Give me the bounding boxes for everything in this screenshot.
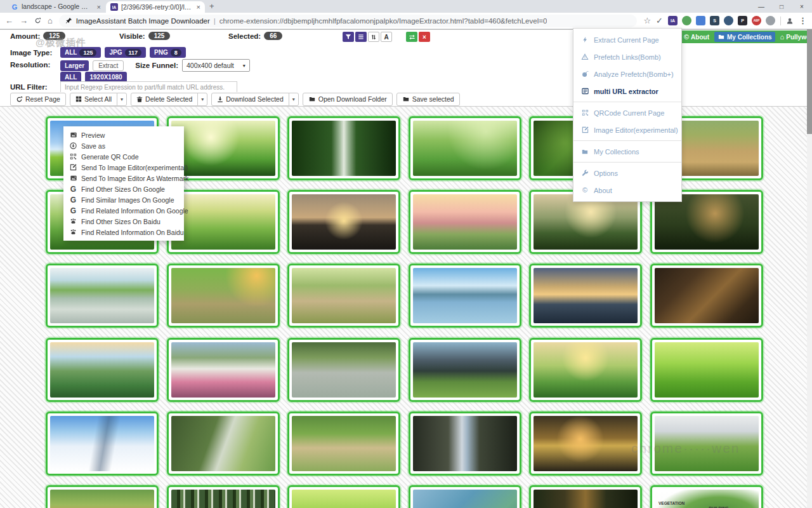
image-card-dark-trees-sunset[interactable]: [529, 485, 642, 508]
open-download-folder-button[interactable]: Open Download Folder: [303, 93, 393, 106]
image-thumbnail[interactable]: [171, 490, 275, 508]
image-card-dark-mountain-field[interactable]: [409, 338, 521, 402]
swap-view-button[interactable]: [406, 32, 417, 42]
image-thumbnail[interactable]: [413, 342, 517, 398]
context-menu-item-find-similar-images-on-google[interactable]: GFind Similar Images On Google: [63, 194, 184, 205]
image-thumbnail[interactable]: [50, 342, 154, 398]
image-card-bright-green-field[interactable]: [650, 338, 763, 402]
refresh-icon[interactable]: [34, 17, 41, 24]
nav-my-collections[interactable]: My Collections: [714, 32, 775, 42]
scrollbar[interactable]: [807, 29, 812, 508]
image-type-png[interactable]: PNG8: [150, 47, 186, 58]
image-thumbnail[interactable]: [534, 342, 638, 398]
image-card-night-pergola-lights[interactable]: [650, 264, 763, 328]
dropdown-item-prefetch-links-bomb-[interactable]: Prefetch Links(Bomb): [573, 48, 681, 65]
image-card-garden-stone-path[interactable]: [167, 264, 280, 328]
image-thumbnail[interactable]: [655, 194, 759, 250]
globe-extension-icon[interactable]: [724, 16, 733, 25]
reset-page-button[interactable]: Reset Page: [10, 93, 66, 106]
profile-icon[interactable]: [786, 17, 794, 25]
select-all-dropdown-arrow[interactable]: ▾: [117, 93, 127, 106]
context-menu-item-send-to-image-editor-as-watermark[interactable]: Send To Image Editor As Watermark: [63, 173, 184, 184]
green-extension-icon[interactable]: [682, 16, 691, 25]
image-thumbnail[interactable]: [534, 490, 638, 508]
resolution-extract[interactable]: Extract: [93, 60, 124, 71]
image-card-ridge-path-lakes[interactable]: [46, 338, 159, 402]
closeX-view-button[interactable]: ×: [419, 32, 430, 42]
abp-extension-icon[interactable]: ABP: [752, 16, 761, 25]
image-card-garden-steps-flowers[interactable]: [287, 264, 400, 328]
image-thumbnail[interactable]: [50, 490, 154, 508]
delete-selected-button[interactable]: Delete Selected: [131, 93, 198, 106]
size-funnel-select[interactable]: 400x400 default▾: [182, 59, 250, 72]
home-icon[interactable]: ⌂: [48, 16, 53, 25]
context-menu-item-find-related-information-on-google[interactable]: GFind Related Information On Google: [63, 205, 184, 216]
image-thumbnail[interactable]: [413, 194, 517, 250]
image-card-garden-circle-path[interactable]: [287, 411, 400, 476]
resolution-larger[interactable]: Larger: [60, 60, 89, 71]
image-card-pink-sunset-pagoda[interactable]: [409, 190, 521, 254]
image-card-green-meadow[interactable]: [287, 485, 400, 508]
image-card-misty-water-building[interactable]: [46, 264, 159, 328]
image-card-circular-patio-garden[interactable]: [287, 338, 400, 402]
context-menu-item-find-other-sizes-on-baidu[interactable]: Find Other Sizes On Baidu: [63, 216, 184, 227]
image-thumbnail[interactable]: [655, 342, 759, 398]
save-selected-button[interactable]: Save selected: [396, 93, 460, 106]
image-thumbnail[interactable]: [292, 490, 396, 508]
image-card-aerial-water-swirl[interactable]: [409, 485, 521, 508]
image-card-vegetation-diagram[interactable]: VEGETATIONBUILDING: [650, 485, 763, 508]
image-card-stream-pink-flowers[interactable]: [167, 338, 280, 402]
image-thumbnail[interactable]: [413, 268, 517, 323]
dropdown-item-about[interactable]: ©About: [573, 182, 681, 199]
dropdown-item-analyze-prefetch-bomb-[interactable]: Analyze Prefetch(Bomb+): [573, 65, 681, 83]
image-thumbnail[interactable]: [171, 268, 275, 323]
omnibox[interactable]: ImageAssistant Batch Image Downloader | …: [59, 15, 638, 27]
image-thumbnail[interactable]: [50, 416, 154, 471]
check-extension-icon[interactable]: ✓: [656, 16, 663, 25]
minimize-button[interactable]: —: [751, 0, 771, 13]
forward-icon[interactable]: →: [20, 16, 28, 25]
bookmark-star-icon[interactable]: ☆: [643, 16, 651, 25]
image-type-jpg[interactable]: JPG117: [105, 47, 146, 58]
image-card-forest-waterfall[interactable]: [287, 116, 400, 180]
context-menu-item-find-other-sizes-on-google[interactable]: GFind Other Sizes On Google: [63, 184, 184, 194]
context-menu-item-generate-qr-code[interactable]: Generate QR Code: [63, 151, 184, 162]
maximize-button[interactable]: □: [771, 0, 792, 13]
dropdown-item-image-editor-experimental-[interactable]: Image Editor(experimental): [573, 121, 681, 138]
image-thumbnail[interactable]: [292, 268, 396, 323]
image-card-canyon-waterfall[interactable]: [409, 411, 521, 476]
image-thumbnail[interactable]: [292, 121, 396, 176]
context-menu-item-preview[interactable]: Preview: [63, 130, 184, 140]
nav-about[interactable]: ©About: [681, 32, 712, 42]
image-thumbnail[interactable]: [292, 416, 396, 471]
delete-selected-dropdown-arrow[interactable]: ▾: [197, 93, 207, 106]
select-all-button[interactable]: Select All: [70, 93, 117, 106]
image-thumbnail[interactable]: [534, 416, 638, 471]
p-extension-icon[interactable]: P: [738, 16, 747, 25]
image-card-sunset-lake-trees[interactable]: [529, 411, 642, 476]
dropdown-item-multi-url-extractor[interactable]: multi URL extractor: [573, 83, 681, 100]
image-card-lake-mountain-clouds[interactable]: [409, 264, 521, 328]
filter-view-button[interactable]: [343, 32, 354, 42]
context-menu-item-save-as[interactable]: Save as: [63, 140, 184, 151]
context-menu-item-find-related-information-on-baidu[interactable]: Find Related Information On Baidu: [63, 227, 184, 237]
s-extension-icon[interactable]: S: [710, 16, 719, 25]
sort-view-button[interactable]: [368, 32, 379, 42]
image-thumbnail[interactable]: [413, 490, 517, 508]
image-card-dramatic-sunset-water[interactable]: [529, 264, 642, 328]
image-thumbnail[interactable]: [171, 194, 275, 250]
tab-close-icon[interactable]: ×: [97, 3, 101, 11]
image-thumbnail[interactable]: [292, 342, 396, 398]
image-thumbnail[interactable]: [655, 268, 759, 323]
letterA-view-button[interactable]: A: [381, 32, 392, 42]
ia-extension-icon[interactable]: IA: [668, 16, 678, 25]
image-thumbnail[interactable]: [413, 416, 517, 471]
download-selected-button[interactable]: Download Selected: [211, 93, 289, 106]
image-thumbnail[interactable]: [534, 194, 638, 250]
back-icon[interactable]: ←: [5, 16, 13, 25]
image-card-aerial-green-park[interactable]: [409, 116, 521, 180]
dropdown-item-my-collections[interactable]: My Collections: [573, 143, 681, 160]
translate-extension-icon[interactable]: [696, 16, 705, 25]
close-window-button[interactable]: ×: [792, 0, 812, 13]
context-menu-item-send-to-image-editor-experimental-[interactable]: Send To Image Editor(experimental): [63, 162, 184, 173]
